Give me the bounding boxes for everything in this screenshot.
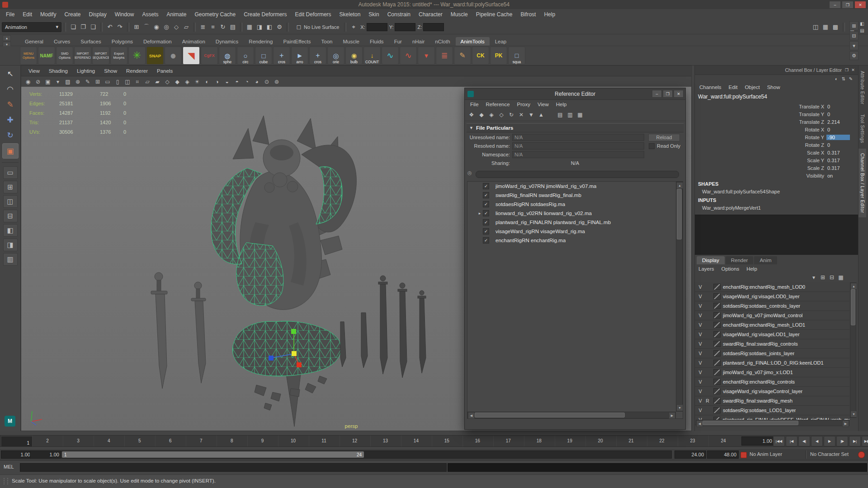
shelf-item[interactable]: ∿: [382, 47, 399, 65]
save-scene-icon[interactable]: ❑: [88, 22, 98, 32]
layer-editor-tab[interactable]: Render: [726, 256, 754, 264]
menu-item[interactable]: Geometry Cache: [191, 9, 240, 20]
shelf-item[interactable]: ▶ arro: [291, 47, 308, 65]
command-line-mode-label[interactable]: MEL: [4, 464, 14, 469]
menu-item[interactable]: Edit Deformers: [291, 9, 335, 20]
animation-end-field[interactable]: 48.00: [707, 450, 739, 459]
open-scene-icon[interactable]: ❐: [78, 22, 88, 32]
reference-load-checkbox[interactable]: ✓: [483, 183, 489, 189]
layer-row[interactable]: V visageWard_rig:visageControl_layer: [695, 387, 849, 396]
scroll-up-icon[interactable]: ▲: [850, 283, 857, 290]
make-live-icon[interactable]: ▱: [181, 22, 191, 32]
channel-row[interactable]: Translate Y 0: [695, 110, 858, 118]
reference-row[interactable]: ✓ enchantRigRN enchantRig.ma: [467, 236, 683, 245]
quick-layout-icon[interactable]: ◫: [811, 22, 821, 32]
horizontal-scrollbar[interactable]: ◀ ▶: [467, 412, 676, 418]
layer-color-swatch[interactable]: [713, 398, 721, 404]
shelf-config-icon[interactable]: ▾: [849, 41, 859, 50]
menu-item[interactable]: Window: [111, 9, 138, 20]
absolute-transform-icon[interactable]: ⌖: [349, 22, 359, 32]
layer-color-swatch[interactable]: [713, 360, 721, 366]
range-slider-track[interactable]: 1 24: [61, 450, 672, 459]
channel-edit-icon[interactable]: ✎: [847, 75, 854, 82]
layer-color-swatch[interactable]: [713, 350, 721, 357]
layer-visibility-toggle[interactable]: V: [697, 313, 704, 318]
layer-row[interactable]: V enchantRig:enchantRig_mesh_LOD0: [695, 282, 849, 292]
channel-box-menu-item[interactable]: Edit: [725, 83, 741, 92]
layer-visibility-toggle[interactable]: V: [697, 351, 704, 356]
undo-icon[interactable]: ↶: [105, 22, 115, 32]
play-backwards-button[interactable]: ◀: [811, 436, 823, 446]
reference-filter-field[interactable]: [476, 171, 679, 178]
list-view-icon[interactable]: ▤: [555, 110, 565, 119]
render-view-icon[interactable]: ▦: [245, 22, 255, 32]
scroll-down-icon[interactable]: ▼: [676, 404, 683, 411]
scroll-down-icon[interactable]: ▼: [850, 411, 857, 418]
render-current-frame-icon[interactable]: ◨: [255, 22, 264, 32]
viewport-menu-item[interactable]: View: [24, 66, 44, 76]
textured-icon[interactable]: ◈: [182, 77, 192, 86]
list-operations-icon[interactable]: ▤: [228, 22, 238, 32]
depth-of-field-icon[interactable]: ◔: [242, 77, 252, 86]
lock-camera-icon[interactable]: ⊘: [33, 77, 43, 86]
toolbar-grip[interactable]: [100, 23, 103, 32]
scroll-left-icon[interactable]: ◀: [696, 420, 703, 427]
step-forward-key-button[interactable]: |▶: [836, 436, 848, 446]
minimize-button[interactable]: –: [829, 1, 841, 9]
image-plane-icon[interactable]: ▨: [63, 77, 73, 86]
ssao-icon[interactable]: ◑: [212, 77, 222, 86]
maximize-button[interactable]: ❐: [663, 90, 673, 98]
menu-item[interactable]: Create Deformers: [240, 9, 291, 20]
layer-visibility-toggle[interactable]: V: [697, 332, 704, 337]
layer-editor-tab[interactable]: Anim: [754, 256, 777, 264]
layer-visibility-toggle[interactable]: V: [697, 408, 704, 413]
layer-visibility-toggle[interactable]: V: [697, 303, 704, 309]
toolbar-grip[interactable]: [344, 23, 346, 32]
paint-select-tool-icon[interactable]: ✎: [3, 97, 18, 112]
layer-color-swatch[interactable]: [713, 284, 721, 290]
safe-title-icon[interactable]: ▰: [152, 77, 162, 86]
toolbar-grip[interactable]: [240, 23, 242, 32]
layer-row[interactable]: V plantward_rig_FINAL:LOD_0_RIG:keenLOD1: [695, 358, 849, 368]
select-camera-icon[interactable]: ◉: [23, 77, 33, 86]
two-d-pan-zoom-icon[interactable]: ⊕: [73, 77, 83, 86]
channel-row[interactable]: Translate X 0: [695, 103, 858, 110]
shelf-item[interactable]: IMPORT REFERENCE: [74, 47, 91, 65]
isolate-select-icon[interactable]: ◕: [252, 77, 262, 86]
gate-mask-icon[interactable]: ◫: [123, 77, 132, 86]
reference-row[interactable]: ▸ ✓ lionward_rig_v02RN lionward_rig_v02.…: [467, 209, 683, 218]
shelf-item[interactable]: Export Morphs: [110, 47, 127, 65]
auto-keyframe-icon[interactable]: [858, 451, 865, 458]
scroll-right-icon[interactable]: ▶: [669, 412, 675, 419]
channel-value[interactable]: 0: [827, 112, 848, 117]
reference-editor-menu-item[interactable]: Reference: [482, 100, 514, 109]
detail-view-icon[interactable]: ▥: [565, 110, 575, 119]
remove-reference-icon[interactable]: ✕: [516, 110, 526, 119]
create-reference-icon[interactable]: ❖: [467, 110, 476, 119]
shelf-item[interactable]: ◥: [183, 47, 200, 65]
layer-visibility-toggle[interactable]: V: [697, 284, 704, 290]
scrollbar-thumb[interactable]: [475, 413, 625, 418]
snap-to-curve-icon[interactable]: ⌒: [142, 22, 151, 32]
channel-row[interactable]: Rotate Y -90: [695, 133, 858, 141]
layer-color-swatch[interactable]: [713, 303, 721, 309]
playback-start-field[interactable]: 1.00: [30, 450, 61, 459]
toolbar-grip[interactable]: [127, 23, 129, 32]
read-only-checkbox[interactable]: [649, 143, 655, 149]
sidebar-vertical-tab[interactable]: Channel Box / Layer Editor: [859, 149, 866, 218]
y-coordinate-field[interactable]: [395, 23, 415, 31]
layer-row[interactable]: V visageWard_rig:visageLOD0_layer: [695, 292, 849, 301]
go-to-end-button[interactable]: ▶▶|: [862, 436, 868, 446]
export-reference-edits-icon[interactable]: ▲: [536, 110, 546, 119]
two-pane-side-layout-button[interactable]: ◫: [3, 195, 18, 208]
step-forward-frame-button[interactable]: ▶|: [849, 436, 861, 446]
reference-editor-title-bar[interactable]: Reference Editor – ❐ ✕: [465, 88, 685, 100]
viewport-menu-item[interactable]: Lighting: [72, 66, 99, 76]
safe-action-icon[interactable]: ▱: [142, 77, 152, 86]
shelf-item[interactable]: CgFX: [201, 47, 218, 65]
horizontal-scrollbar[interactable]: ◀ ▶: [696, 420, 849, 426]
reference-row[interactable]: ✓ plantward_rig_FINALRN plantward_rig_FI…: [467, 218, 683, 227]
shelf-item[interactable]: ◍ sphe: [219, 47, 236, 65]
shelf-tab[interactable]: Animation: [177, 37, 210, 46]
resolved-name-field[interactable]: N/A: [512, 142, 644, 150]
